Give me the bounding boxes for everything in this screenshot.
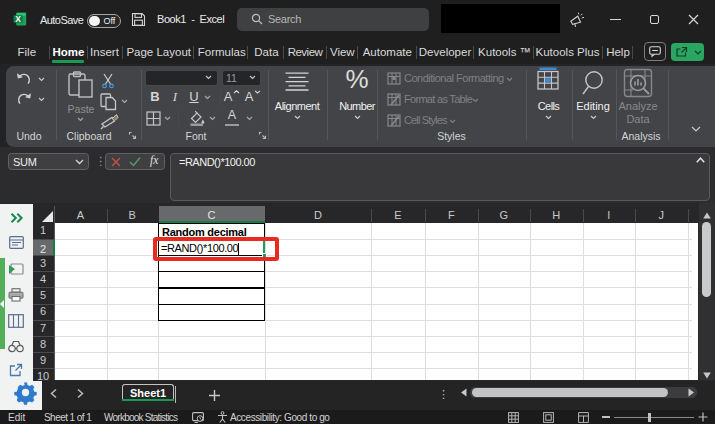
- svg-text:X: X: [15, 14, 21, 24]
